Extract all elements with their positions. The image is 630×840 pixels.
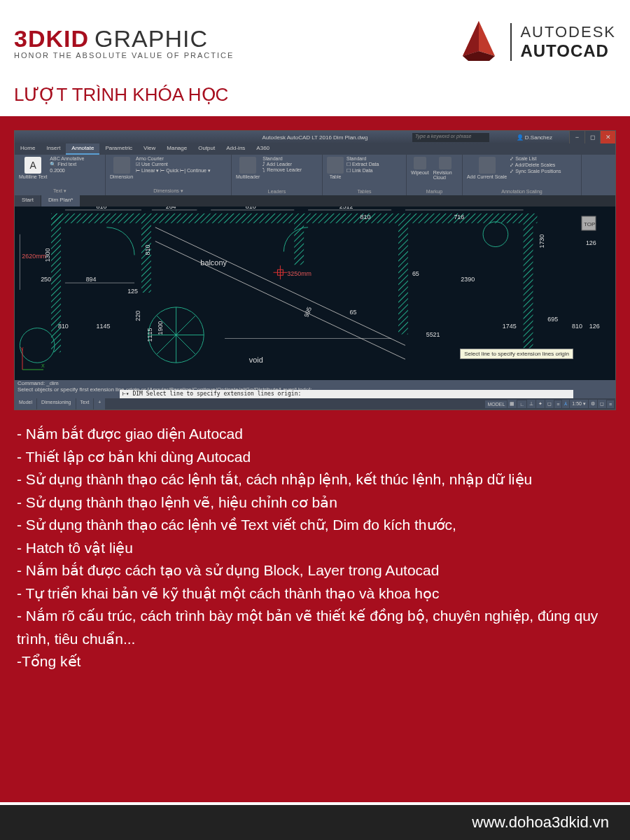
svg-text:1300: 1300 (44, 248, 51, 262)
multileader-button[interactable]: Multileader (234, 156, 261, 189)
svg-text:65: 65 (350, 309, 357, 316)
svg-text:126: 126 (586, 239, 596, 246)
status-osnap-icon[interactable]: ◻ (545, 400, 554, 408)
status-model[interactable]: MODEL (485, 400, 507, 408)
ribbon-tabs: Home Insert Annotate Parametric View Man… (15, 144, 615, 155)
command-input[interactable]: ⊢▾ DIM Select line to specify extension … (120, 390, 573, 398)
svg-text:810: 810 (246, 206, 256, 210)
panel-markup: Wipeout Revision Cloud Markup (407, 155, 463, 195)
scale-icon (479, 157, 496, 174)
add-scale-button[interactable]: Add Current Scale (465, 156, 508, 189)
close-button[interactable]: ✕ (600, 131, 615, 144)
dimension-icon (113, 157, 130, 174)
svg-text:220: 220 (134, 311, 141, 321)
svg-text:3250mm: 3250mm (287, 270, 312, 277)
status-gear-icon[interactable]: ⚙ (589, 400, 597, 408)
multiline-text-button[interactable]: AMultiline Text (18, 156, 48, 188)
revcloud-button[interactable]: Revision Cloud (432, 156, 459, 189)
tab-manage[interactable]: Manage (161, 144, 192, 155)
status-max-icon[interactable]: ◻ (598, 400, 606, 408)
ucs-icon: XY (19, 345, 47, 376)
table-button[interactable]: Table (326, 156, 345, 189)
brand-d: D (28, 25, 46, 52)
status-scale[interactable]: 1:50 ▾ (570, 400, 588, 408)
bullet-item: - Nắm rõ cấu trúc, cách trình bày một bả… (17, 605, 613, 650)
status-grid-icon[interactable]: ▦ (507, 400, 517, 408)
svg-text:125: 125 (127, 288, 138, 295)
drawing-canvas[interactable]: 810 264 810 2512 810 716 126 1730 65 262… (15, 206, 615, 380)
svg-text:250: 250 (41, 276, 51, 283)
svg-text:2390: 2390 (461, 276, 475, 283)
brand-tagline: HONOR THE ABSOLUTE VALUE OF PRACTICE (14, 51, 234, 59)
tab-output[interactable]: Output (192, 144, 220, 155)
minimize-button[interactable]: − (569, 131, 584, 144)
dimension-button[interactable]: Dimension (108, 156, 134, 188)
layout-text[interactable]: Text (76, 398, 94, 410)
layout-dim[interactable]: Dimensioning (37, 398, 75, 410)
tab-parametric[interactable]: Parametric (99, 144, 138, 155)
svg-text:X: X (41, 363, 45, 368)
user-label[interactable]: 👤 D.Sanchez (517, 134, 552, 141)
status-lwt-icon[interactable]: ≡ (554, 400, 561, 408)
tab-start[interactable]: Start (15, 195, 41, 206)
svg-text:810: 810 (360, 214, 370, 220)
svg-text:264: 264 (166, 206, 176, 210)
svg-text:810: 810 (572, 323, 582, 330)
svg-text:810: 810 (58, 323, 69, 330)
brand-3: 3 (14, 25, 28, 52)
table-icon (327, 157, 344, 174)
status-polar-icon[interactable]: ✦ (536, 400, 545, 408)
layout-add[interactable]: + (94, 398, 105, 410)
ribbon: AMultiline Text ABC Annotative🔍 Find tex… (15, 155, 615, 195)
brand-graphic: GRAPHIC (94, 25, 208, 52)
svg-text:5521: 5521 (426, 331, 440, 338)
tab-annotate[interactable]: Annotate (66, 144, 99, 155)
svg-text:balcony: balcony (200, 258, 227, 267)
bullet-item: - Nắm bắt được cách tạo và sử dụng Block… (17, 559, 613, 582)
status-ortho-icon[interactable]: ⊥ (527, 400, 536, 408)
bullet-item: - Nắm bắt được giao diện Autocad (17, 423, 613, 446)
svg-text:1745: 1745 (503, 323, 517, 330)
panel-dimensions: Dimension Arno Courier☑ Use Current⊢ Lin… (106, 155, 232, 195)
bullet-item: - Sử dụng thành thạo lệnh vẽ, hiệu chỉnh… (17, 491, 613, 514)
autocad-icon (454, 18, 503, 66)
content-panel: Autodesk AutoCAD LT 2016 Dim Plan.dwg Ty… (0, 116, 630, 802)
text-icon: A (24, 157, 41, 174)
brand-logo: 3DKIDGRAPHIC HONOR THE ABSOLUTE VALUE OF… (14, 25, 234, 59)
autodesk-label: AUTODESK (520, 23, 616, 41)
svg-text:1145: 1145 (97, 323, 111, 330)
search-input[interactable]: Type a keyword or phrase (412, 133, 489, 142)
svg-text:65: 65 (412, 270, 419, 277)
maximize-button[interactable]: ◻ (584, 131, 600, 144)
tab-dimplan[interactable]: Dim Plan* (41, 195, 80, 206)
page-footer: www.dohoa3dkid.vn (0, 805, 630, 840)
panel-tables: Table Standard☐ Extract Data☐ Link Data … (323, 155, 407, 195)
autocad-window: Autodesk AutoCAD LT 2016 Dim Plan.dwg Ty… (14, 130, 616, 410)
tab-a360[interactable]: A360 (251, 144, 275, 155)
viewcube[interactable]: TOP (576, 211, 601, 236)
svg-text:695: 695 (547, 316, 558, 323)
tab-insert[interactable]: Insert (41, 144, 66, 155)
tab-view[interactable]: View (138, 144, 161, 155)
status-custom-icon[interactable]: ≡ (607, 400, 614, 408)
tab-home[interactable]: Home (15, 144, 41, 155)
svg-text:1900: 1900 (157, 321, 164, 335)
wipeout-button[interactable]: Wipeout (410, 156, 430, 189)
course-outline: - Nắm bắt được giao diện Autocad - Thiết… (14, 423, 616, 673)
bullet-item: - Sử dụng thành thạo các lệnh về Text vi… (17, 514, 613, 537)
footer-url: www.dohoa3dkid.vn (472, 813, 609, 832)
status-annoscale-icon[interactable]: ⅄ (562, 400, 569, 408)
svg-text:810: 810 (144, 245, 151, 255)
bullet-item: - Thiết lập cơ bản khi dùng Autocad (17, 446, 613, 469)
svg-text:1730: 1730 (538, 234, 545, 248)
panel-leaders: Multileader Standard⤴ Add Leader⤵ Remove… (232, 155, 323, 195)
svg-text:1115: 1115 (146, 328, 153, 342)
svg-text:126: 126 (589, 323, 600, 330)
tab-addins[interactable]: Add-ins (220, 144, 251, 155)
svg-text:810: 810 (97, 206, 107, 210)
bullet-item: - Sử dụng thành thạo các lệnh tắt, cách … (17, 468, 613, 491)
bullet-item: - Tự triển khai bản vẽ kỹ thuật một cách… (17, 582, 613, 606)
status-snap-icon[interactable]: ∟ (517, 400, 526, 408)
layout-model[interactable]: Model (15, 398, 36, 410)
leader-icon (239, 157, 256, 174)
